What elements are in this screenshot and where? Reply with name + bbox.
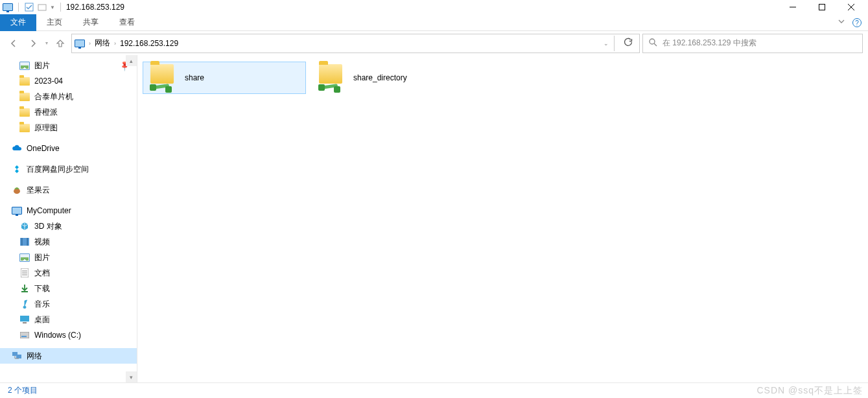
sidebar-item-mycomputer[interactable]: MyComputer [0,203,137,218]
properties-icon[interactable] [24,2,34,12]
up-button[interactable] [52,35,69,52]
music-icon [19,299,30,309]
jianguo-icon [12,185,22,195]
computer-icon[interactable] [3,2,13,12]
minimize-button[interactable] [778,0,807,14]
maximize-button[interactable] [807,0,836,14]
svg-rect-19 [21,336,27,337]
sidebar-item-folder[interactable]: 2023-04 [0,73,137,89]
folder-icon [19,123,30,133]
item-label: share_directory [353,73,407,82]
sidebar-item-videos[interactable]: 视频 [0,234,137,250]
sidebar-item-label: 2023-04 [34,76,63,86]
sidebar-item-label: 合泰单片机 [34,91,73,102]
sidebar-item-label: 香橙派 [34,107,58,118]
title-bar: ▼ 192.168.253.129 [0,0,868,14]
chevron-right-icon[interactable]: › [114,40,116,47]
svg-point-8 [14,189,20,194]
help-icon[interactable]: ? [852,18,862,27]
file-tab[interactable]: 文件 [0,14,36,31]
sidebar-item-label: 百度网盘同步空间 [27,164,89,175]
drive-icon [19,330,30,340]
navigation-pane: 图片 📌 2023-04 合泰单片机 香橙派 原理图 OneDrive 百度网盘… [0,55,137,382]
shared-folder-icon [317,64,344,91]
sidebar-item-jianguo[interactable]: 坚果云 [0,182,137,198]
sidebar-item-downloads[interactable]: 下载 [0,281,137,296]
sidebar-item-baidu[interactable]: 百度网盘同步空间 [0,161,137,177]
svg-rect-3 [819,5,825,10]
network-icon [12,351,22,361]
folder-icon [19,76,30,86]
address-dropdown-icon[interactable]: ⌄ [604,40,609,47]
sidebar-item-label: 音乐 [34,299,50,310]
tab-home[interactable]: 主页 [36,14,73,31]
sidebar-item-drive-c[interactable]: Windows (C:) [0,327,137,343]
svg-rect-16 [20,316,29,322]
folder-icon [19,91,30,102]
location-icon [75,38,85,49]
scroll-down-button[interactable]: ▾ [126,371,137,382]
svg-rect-11 [27,238,29,246]
window-controls [778,0,865,14]
breadcrumb[interactable]: 网络 [95,38,110,49]
svg-point-6 [650,39,655,44]
file-list[interactable]: share share_directory [137,55,868,382]
close-button[interactable] [836,0,865,14]
pictures-icon [19,60,30,71]
sidebar-item-label: MyComputer [27,206,71,215]
window-title: 192.168.253.129 [66,3,124,12]
search-placeholder: 在 192.168.253.129 中搜索 [663,38,757,49]
sidebar-item-desktop[interactable]: 桌面 [0,312,137,327]
scroll-up-button[interactable]: ▴ [126,55,137,66]
svg-rect-18 [20,332,29,338]
forward-button[interactable] [25,35,41,52]
svg-rect-17 [23,322,27,323]
video-icon [19,237,30,247]
folder-icon [19,107,30,117]
chevron-right-icon[interactable]: › [89,40,91,47]
search-input[interactable]: 在 192.168.253.129 中搜索 [642,34,863,53]
address-bar[interactable]: › 网络 › 192.168.253.129 ⌄ [71,34,640,53]
document-icon [19,268,30,278]
sidebar-item-label: 文档 [34,268,50,279]
download-icon [19,283,30,294]
list-item[interactable]: share_directory [311,62,475,94]
qat-dropdown-icon[interactable]: ▼ [50,5,55,10]
shared-folder-icon [148,64,176,91]
sidebar-item-pictures2[interactable]: 图片 [0,250,137,265]
sidebar-item-network[interactable]: 网络 [0,348,137,364]
ribbon-expand-button[interactable]: ? [831,18,868,28]
refresh-button[interactable] [620,38,637,49]
sidebar-item-pictures[interactable]: 图片 📌 [0,58,137,73]
svg-rect-21 [16,355,21,358]
cube-icon [19,221,30,231]
sidebar-item-label: 图片 [34,60,50,71]
history-dropdown-icon[interactable]: ▾ [45,40,48,46]
sidebar-item-folder[interactable]: 香橙派 [0,104,137,120]
breadcrumb[interactable]: 192.168.253.129 [120,39,178,48]
status-text: 2 个项目 [8,385,38,396]
sidebar-item-onedrive[interactable]: OneDrive [0,141,137,156]
sidebar-item-folder[interactable]: 原理图 [0,120,137,135]
desktop-icon [19,314,30,325]
qat-separator [60,3,61,12]
tab-share[interactable]: 共享 [73,14,109,31]
sidebar-item-folder[interactable]: 合泰单片机 [0,89,137,104]
svg-rect-1 [38,5,46,10]
pictures-icon [19,252,30,263]
sidebar-item-label: 3D 对象 [34,221,62,232]
onedrive-icon [12,143,22,154]
new-folder-icon[interactable] [37,2,47,12]
sidebar-item-label: 网络 [27,351,42,362]
sidebar-item-3d[interactable]: 3D 对象 [0,218,137,234]
sidebar-item-label: 下载 [34,283,50,294]
navigation-bar: ▾ › 网络 › 192.168.253.129 ⌄ 在 192.168.253… [0,31,868,55]
separator [614,36,615,51]
list-item[interactable]: share [143,62,306,94]
sidebar-item-music[interactable]: 音乐 [0,296,137,312]
status-bar: 2 个项目 [0,382,868,398]
sidebar-item-label: 桌面 [34,314,50,325]
back-button[interactable] [5,35,22,52]
tab-view[interactable]: 查看 [109,14,145,31]
sidebar-item-documents[interactable]: 文档 [0,265,137,281]
